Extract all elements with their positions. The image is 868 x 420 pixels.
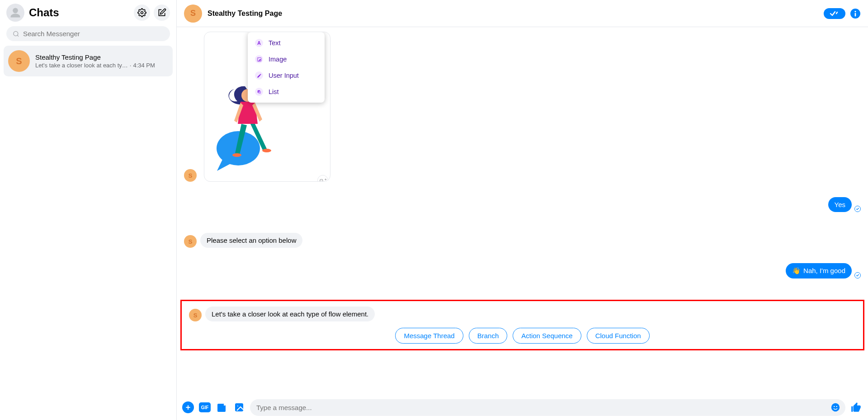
search-field[interactable] (6, 26, 170, 41)
svg-point-7 (258, 58, 259, 59)
message-row-me: 👋Nah, I'm good (177, 261, 868, 280)
plus-icon[interactable]: + (182, 401, 194, 413)
composer-input[interactable] (256, 399, 830, 416)
svg-point-13 (262, 149, 271, 152)
chat-header-title[interactable]: Stealthy Testing Page (208, 9, 824, 18)
svg-rect-5 (855, 13, 856, 16)
quick-reply-message-thread[interactable]: Message Thread (395, 328, 463, 344)
bot-avatar: S (189, 309, 202, 321)
message-row-bot: S Please select an option below (177, 231, 868, 250)
quick-reply-action-sequence[interactable]: Action Sequence (513, 328, 581, 344)
chat-header: S Stealthy Testing Page (177, 0, 868, 27)
message-row-bot: S Let's take a closer look at each type … (182, 305, 863, 323)
svg-point-2 (14, 31, 18, 36)
my-message-bubble[interactable]: 👋Nah, I'm good (786, 263, 852, 278)
svg-point-21 (836, 406, 837, 407)
bot-avatar: S (184, 235, 197, 248)
compose-icon[interactable] (154, 5, 170, 21)
dropdown-item-user-input[interactable]: User Input (248, 67, 325, 84)
sidebar-header: Chats (0, 0, 176, 26)
sidebar: Chats S Stealthy Testing Page Let's take… (0, 0, 176, 420)
svg-point-12 (232, 153, 241, 157)
main: S Stealthy Testing Page S A Text (176, 0, 868, 420)
bot-message-bubble[interactable]: Please select an option below (200, 233, 302, 248)
chat-header-avatar[interactable]: S (184, 5, 202, 23)
image-icon (255, 55, 263, 63)
bot-message-bubble[interactable]: Let's take a closer look at each type of… (205, 307, 375, 321)
conversation-title: Stealthy Testing Page (35, 53, 168, 61)
message-row-me: Yes (177, 195, 868, 214)
gif-icon[interactable]: GIF (198, 401, 211, 414)
svg-point-0 (13, 8, 18, 14)
highlight-box: S Let's take a closer look at each type … (180, 300, 864, 350)
search-wrap (0, 26, 176, 46)
dropdown-item-list[interactable]: List (248, 84, 325, 100)
svg-point-18 (237, 405, 239, 407)
sticker-icon[interactable] (216, 401, 228, 414)
conversation-list: S Stealthy Testing Page Let's take a clo… (0, 46, 176, 76)
svg-point-1 (141, 12, 143, 14)
svg-point-4 (854, 10, 856, 12)
quick-reply-row: Message Thread Branch Action Sequence Cl… (182, 328, 863, 344)
info-icon[interactable] (850, 8, 861, 19)
emoji-icon[interactable] (830, 402, 841, 413)
svg-rect-9 (258, 91, 261, 94)
chats-title: Chats (29, 6, 130, 19)
quick-reply-branch[interactable]: Branch (469, 328, 508, 344)
conversation-subtitle: Let's take a closer look at each ty… · 4… (35, 62, 168, 69)
wave-emoji-icon: 👋 (792, 267, 801, 274)
chat-body: S A Text Image (177, 27, 868, 395)
svg-text:GIF: GIF (201, 405, 209, 410)
bot-avatar: S (184, 169, 197, 182)
thumbs-up-icon[interactable] (850, 401, 863, 414)
card-message-row: S A Text Image (177, 27, 868, 184)
my-message-bubble[interactable]: Yes (828, 197, 852, 212)
pencil-icon (255, 71, 263, 80)
verified-badge-icon[interactable] (824, 8, 845, 19)
conversation-item[interactable]: S Stealthy Testing Page Let's take a clo… (4, 46, 173, 76)
conversation-avatar: S (8, 50, 30, 72)
profile-avatar[interactable] (6, 4, 24, 22)
svg-rect-17 (235, 403, 243, 411)
search-input[interactable] (23, 30, 164, 38)
gear-icon[interactable] (134, 5, 150, 21)
list-icon (255, 88, 263, 96)
search-icon (13, 30, 19, 38)
letter-a-icon: A (255, 39, 263, 47)
composer-input-wrap[interactable] (250, 399, 845, 416)
dropdown-item-image[interactable]: Image (248, 51, 325, 67)
sent-tick-icon (854, 206, 861, 212)
sent-tick-icon (854, 272, 861, 278)
svg-point-19 (831, 403, 840, 411)
element-type-dropdown: A Text Image User Input (248, 32, 325, 103)
composer: + GIF (177, 395, 868, 420)
card-attachment[interactable]: A Text Image User Input (204, 32, 330, 182)
image-upload-icon[interactable] (233, 401, 245, 414)
quick-reply-cloud-function[interactable]: Cloud Function (587, 328, 650, 344)
dropdown-item-text[interactable]: A Text (248, 35, 325, 51)
svg-point-20 (834, 406, 835, 407)
